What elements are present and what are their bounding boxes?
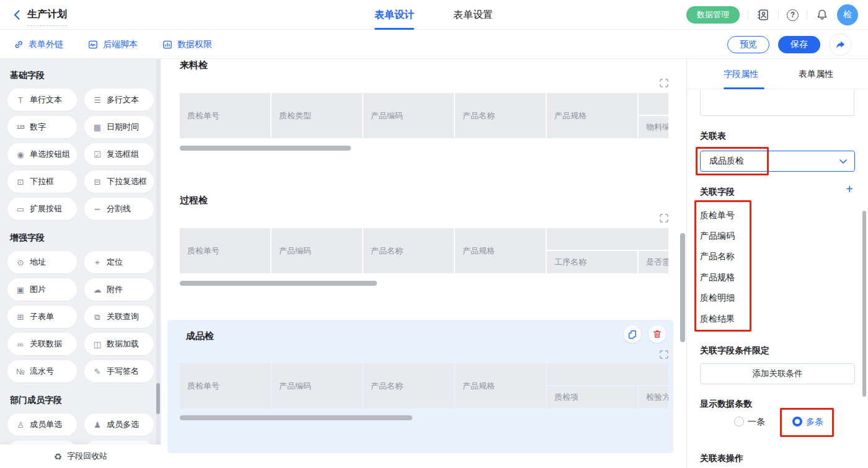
field-pill[interactable]: ⧉ 关联查询 (84, 306, 154, 328)
field-pill[interactable]: ☁ 附件 (84, 278, 154, 301)
field-pill[interactable]: ⊡ 下拉框 (7, 170, 77, 193)
field-pill[interactable]: T 单行文本 (7, 89, 77, 111)
canvas-scrollbar-thumb[interactable] (680, 233, 685, 342)
radio-one-record[interactable] (734, 417, 744, 426)
basic-fields-grid: T 单行文本 ☰ 多行文本 123 数字 ▦ (7, 89, 155, 220)
assoc-field-item[interactable]: 产品规格 (700, 267, 735, 288)
section-title-enhanced-fields: 增强字段 (10, 232, 161, 244)
form-design-canvas: 来料检 质检单号质检类型产品编码产品名称产品规格 物料编码 过程检 质检单号产品… (161, 59, 686, 468)
field-pill[interactable]: ◉ 单选按钮组 (7, 143, 77, 166)
assoc-field-item[interactable]: 质检明细 (700, 288, 735, 309)
add-condition-button[interactable]: 添加关联条件 (700, 363, 855, 384)
number-icon: 123 (16, 125, 25, 130)
assoc-field-item[interactable]: 质检单号 (700, 205, 735, 226)
group-header (547, 228, 668, 250)
field-recycle-bin[interactable]: ♻ 字段回收站 (0, 444, 161, 468)
radio-multi-record[interactable] (792, 417, 802, 426)
assoc-table-select[interactable]: 成品质检 (700, 151, 855, 172)
field-text-input[interactable] (700, 90, 854, 116)
tab-field-properties[interactable]: 字段属性 (724, 69, 758, 80)
linked-table-incoming[interactable]: 质检单号质检类型产品编码产品名称产品规格 物料编码 (180, 93, 668, 138)
column-header: 质检单号 (180, 228, 270, 273)
column-header: 工序名称 (547, 251, 637, 273)
field-pill[interactable]: 123 数字 (7, 116, 77, 138)
checkbox-group-icon: ☑ (92, 151, 102, 159)
field-pill[interactable]: ∞ 关联数据 (7, 333, 77, 355)
script-icon (88, 40, 98, 50)
panel-tab-bar: 字段属性 表单属性 (687, 59, 868, 89)
field-pill[interactable]: ☑ 复选框组 (84, 143, 154, 166)
save-button[interactable]: 保存 (778, 36, 820, 53)
field-pill-label: 单选按钮组 (30, 149, 70, 160)
divider (778, 10, 779, 20)
horizontal-scrollbar[interactable] (180, 415, 412, 420)
back-button[interactable] (11, 9, 24, 21)
field-pill[interactable]: ♟ 成员多选 (84, 413, 154, 436)
panel-scrollbar-thumb[interactable] (862, 211, 866, 397)
field-pill[interactable]: № 流水号 (7, 360, 77, 382)
tab-form-design[interactable]: 表单设计 (374, 0, 414, 30)
data-manage-button[interactable]: 数据管理 (686, 6, 740, 24)
horizontal-scrollbar[interactable] (180, 146, 351, 151)
column-header: 产品编码 (363, 93, 454, 138)
form-external-link[interactable]: 表单外链 (14, 39, 63, 50)
column-group: 工序名称 是否需要 (547, 228, 668, 273)
delete-widget-button[interactable] (649, 325, 666, 343)
data-permission-link[interactable]: 数据权限 (162, 39, 212, 50)
linked-table-process[interactable]: 质检单号产品编码产品名称产品规格 工序名称 是否需要 (180, 228, 668, 273)
group-header (547, 363, 668, 385)
field-pill[interactable]: ◫ 数据加载 (84, 333, 154, 355)
field-pill[interactable]: ⊙ 地址 (7, 251, 77, 273)
field-pill-label: 流水号 (30, 366, 54, 377)
assoc-field-item[interactable]: 产品编码 (700, 226, 735, 246)
radio-multi-label[interactable]: 多条 (806, 417, 823, 428)
add-field-icon[interactable]: + (846, 183, 853, 195)
copy-widget-button[interactable] (624, 325, 641, 343)
top-right-cluster: 数据管理 ? 检 (686, 0, 858, 30)
expand-icon[interactable] (660, 350, 668, 359)
group-header (639, 93, 668, 115)
horizontal-scrollbar[interactable] (180, 281, 377, 286)
assoc-field-item[interactable]: 产品名称 (700, 247, 735, 267)
column-header: 产品规格 (455, 228, 546, 273)
assoc-fields-list: 质检单号产品编码产品名称产品规格质检明细质检结果 (700, 205, 735, 329)
sidebar-scrollbar-thumb[interactable] (156, 383, 160, 414)
field-pill[interactable]: ♙ 成员单选 (7, 413, 77, 436)
form-designer-app: 生产计划 表单设计 表单设置 数据管理 ? (0, 0, 868, 468)
field-pill[interactable]: ▭ 扩展按钮 (7, 198, 77, 220)
expand-icon[interactable] (660, 79, 668, 87)
member-fields-grid: ♙ 成员单选 ♟ 成员多选 (7, 413, 155, 436)
column-header: 是否需要 (639, 251, 668, 273)
field-pill[interactable]: ▣ 图片 (7, 278, 77, 301)
field-pill[interactable]: ✎ 手写签名 (84, 360, 154, 382)
copy-icon (627, 329, 637, 339)
field-pill[interactable]: ⌖ 定位 (84, 251, 154, 273)
active-tab-underline (724, 87, 764, 89)
notification-bell-icon[interactable] (815, 8, 829, 22)
toolbar-links: 表单外链 后端脚本 数据权限 (14, 30, 212, 59)
tab-form-settings[interactable]: 表单设置 (453, 0, 493, 30)
tab-form-properties[interactable]: 表单属性 (799, 69, 833, 80)
contacts-book-icon[interactable] (756, 8, 770, 22)
section-title-process-inspection: 过程检 (180, 195, 208, 206)
selected-widget-finished-inspection[interactable]: 成品检 质检单号产品编码产品名称产品规格 (167, 320, 673, 453)
field-pill[interactable]: ☰ 多行文本 (84, 89, 154, 111)
select-icon: ⊡ (16, 178, 25, 186)
section-title-member-fields: 部门成员字段 (10, 395, 161, 406)
help-icon[interactable]: ? (787, 9, 799, 21)
field-pill[interactable]: ┅ 分割线 (84, 198, 154, 220)
linked-table-finished[interactable]: 质检单号产品编码产品名称产品规格 质检项 检验方法 (180, 363, 668, 408)
backend-script-link[interactable]: 后端脚本 (88, 39, 138, 50)
user-avatar[interactable]: 检 (837, 4, 858, 25)
share-button[interactable] (829, 33, 851, 56)
member-multi-icon: ♟ (92, 421, 102, 429)
field-pill[interactable]: ▦ 日期时间 (84, 116, 154, 138)
radio-one-label[interactable]: 一条 (748, 417, 765, 428)
page-title[interactable]: 生产计划 (27, 8, 67, 26)
field-pill[interactable]: ⊞ 子表单 (7, 306, 77, 328)
expand-icon[interactable] (660, 214, 668, 223)
column-header: 质检项 (547, 386, 637, 408)
assoc-field-item[interactable]: 质检结果 (700, 309, 735, 329)
field-pill[interactable]: ⊟ 下拉复选框 (84, 170, 154, 193)
preview-button[interactable]: 预览 (727, 36, 769, 53)
